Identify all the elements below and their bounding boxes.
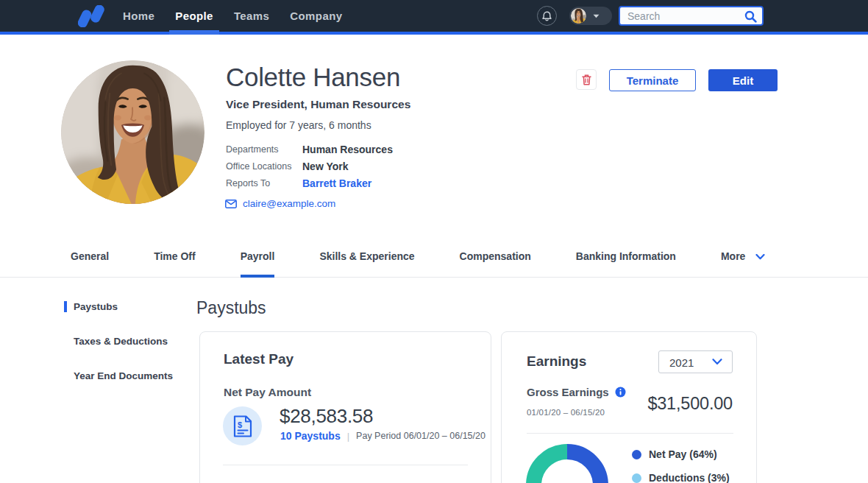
tab-skills-experience[interactable]: Skills & Experience xyxy=(319,250,414,278)
brand-logo-icon[interactable] xyxy=(78,5,106,27)
chevron-down-icon xyxy=(755,254,765,260)
year-dropdown[interactable]: 2021 xyxy=(658,350,733,373)
field-row-reports-to: Reports To Barrett Braker xyxy=(226,174,393,191)
gross-earnings-amount: $31,500.00 xyxy=(647,394,733,414)
page-title: Paystubs xyxy=(196,298,266,318)
search-icon[interactable] xyxy=(744,10,757,23)
divider xyxy=(527,433,733,434)
earnings-card: Earnings 2021 Gross Earnings 01/01/20 – … xyxy=(501,331,757,483)
earnings-donut-chart xyxy=(526,444,608,483)
net-pay-amount: $28,583.58 xyxy=(280,405,373,428)
field-row-departments: Departments Human Resources xyxy=(226,141,393,158)
global-search xyxy=(619,6,764,26)
employee-tenure: Employed for 7 years, 6 months xyxy=(226,119,371,131)
chevron-down-icon xyxy=(712,359,722,365)
tab-banking-information[interactable]: Banking Information xyxy=(576,250,676,278)
chevron-down-icon xyxy=(593,14,600,18)
search-input[interactable] xyxy=(620,7,762,24)
tab-more-label: More xyxy=(721,250,745,262)
trash-icon xyxy=(582,74,591,85)
envelope-icon xyxy=(225,200,237,208)
legend-label: Net Pay (64%) xyxy=(649,448,717,460)
latest-pay-card: Latest Pay Net Pay Amount $ $28,583.58 1… xyxy=(199,331,491,483)
divider xyxy=(223,465,468,465)
tab-time-off[interactable]: Time Off xyxy=(154,250,196,278)
pay-period: Pay Period 06/01/20 – 06/15/20 xyxy=(356,431,485,441)
separator: | xyxy=(347,431,349,442)
legend-dot-deductions xyxy=(632,473,641,483)
user-avatar xyxy=(571,8,586,24)
app-screen: Home People Teams Company xyxy=(0,0,868,483)
field-value: New York xyxy=(302,161,349,172)
paystub-document-icon: $ xyxy=(233,415,252,437)
legend-dot-net-pay xyxy=(632,450,641,459)
legend-label: Deductions (3%) xyxy=(649,472,730,483)
sidebar-item-taxes-deductions[interactable]: Taxes & Deductions xyxy=(74,336,168,347)
employee-job-title: Vice President, Human Resources xyxy=(226,98,410,111)
employee-name: Colette Hansen xyxy=(226,63,400,92)
sidebar-active-indicator xyxy=(64,301,67,312)
gross-earnings-date-range: 01/01/20 – 06/15/20 xyxy=(527,408,605,417)
reports-to-link[interactable]: Barrett Braker xyxy=(302,177,371,189)
donut-legend: Net Pay (64%) Deductions (3%) xyxy=(632,448,730,483)
field-label: Departments xyxy=(226,144,302,155)
paystub-icon-circle: $ xyxy=(223,406,262,445)
tab-compensation[interactable]: Compensation xyxy=(460,250,531,278)
sidebar-item-paystubs[interactable]: Paystubs xyxy=(74,301,118,312)
field-label: Office Locations xyxy=(226,161,302,172)
info-icon[interactable] xyxy=(615,387,626,398)
latest-pay-subrow: 10 Paystubs | Pay Period 06/01/20 – 06/1… xyxy=(280,430,485,442)
employee-email[interactable]: claire@example.com xyxy=(225,198,335,209)
tab-general[interactable]: General xyxy=(71,250,109,278)
bell-icon xyxy=(542,11,552,21)
svg-text:$: $ xyxy=(238,420,242,429)
delete-employee-button[interactable] xyxy=(576,69,597,90)
latest-pay-title: Latest Pay xyxy=(224,351,294,367)
top-navbar: Home People Teams Company xyxy=(0,0,868,35)
tab-more[interactable]: More xyxy=(721,250,765,278)
field-row-office-locations: Office Locations New York xyxy=(226,158,393,174)
year-value: 2021 xyxy=(669,356,694,369)
paystubs-count-link[interactable]: 10 Paystubs xyxy=(280,430,341,442)
profile-photo xyxy=(61,60,204,204)
legend-item-deductions: Deductions (3%) xyxy=(632,472,730,483)
legend-item-net-pay: Net Pay (64%) xyxy=(632,448,730,460)
user-menu[interactable] xyxy=(569,7,612,25)
profile-tabs: General Time Off Payroll Skills & Experi… xyxy=(0,244,868,278)
notifications-button[interactable] xyxy=(537,6,557,26)
net-pay-amount-label: Net Pay Amount xyxy=(224,386,311,399)
terminate-button[interactable]: Terminate xyxy=(609,69,696,91)
employee-fields: Departments Human Resources Office Locat… xyxy=(226,141,393,191)
tabs-list: General Time Off Payroll Skills & Experi… xyxy=(71,244,868,278)
gross-earnings-row: Gross Earnings xyxy=(527,386,626,398)
field-label: Reports To xyxy=(226,178,302,188)
nav-item-company[interactable]: Company xyxy=(290,0,342,32)
nav-item-teams[interactable]: Teams xyxy=(234,0,269,32)
edit-button[interactable]: Edit xyxy=(708,69,778,91)
earnings-title: Earnings xyxy=(527,353,586,370)
nav-item-home[interactable]: Home xyxy=(123,0,154,32)
tab-payroll[interactable]: Payroll xyxy=(241,250,275,278)
main-nav: Home People Teams Company xyxy=(123,0,342,32)
gross-earnings-label: Gross Earnings xyxy=(527,386,609,398)
nav-item-people[interactable]: People xyxy=(175,0,213,32)
sidebar-item-year-end-documents[interactable]: Year End Documents xyxy=(74,370,173,381)
field-value: Human Resources xyxy=(302,144,393,155)
email-text: claire@example.com xyxy=(243,198,335,209)
